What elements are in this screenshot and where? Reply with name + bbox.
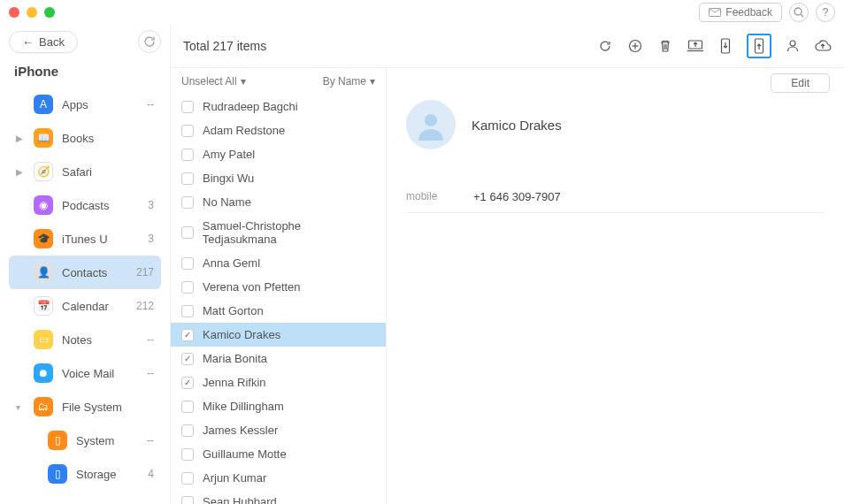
- unselect-all-button[interactable]: Unselect All ▾: [181, 75, 246, 88]
- sidebar-refresh-button[interactable]: [138, 30, 161, 53]
- sidebar-item-count: 217: [136, 266, 154, 279]
- feedback-button[interactable]: Feedback: [699, 3, 782, 22]
- sidebar-item-itunes-u[interactable]: 🎓iTunes U3: [9, 222, 161, 256]
- field-value: +1 646 309-7907: [473, 190, 561, 203]
- app-icon: ⏺: [34, 363, 53, 383]
- checkbox[interactable]: [181, 305, 194, 317]
- checkbox[interactable]: [181, 401, 194, 413]
- sidebar-item-label: System: [76, 434, 138, 447]
- list-item[interactable]: Rudradeep Bagchi: [171, 95, 386, 118]
- contact-list-name: Adam Redstone: [203, 124, 285, 137]
- contact-detail-panel: Edit Kamico Drakes mobile+1 646 309-7907: [387, 68, 844, 504]
- feedback-label: Feedback: [725, 6, 772, 19]
- checkbox[interactable]: [181, 257, 194, 270]
- sidebar-item-label: Contacts: [62, 266, 127, 279]
- sidebar-item-count: --: [147, 367, 154, 379]
- search-button[interactable]: [789, 3, 809, 22]
- list-item[interactable]: Amy Patel: [171, 142, 386, 166]
- add-icon[interactable]: [626, 37, 644, 55]
- checkbox[interactable]: [181, 353, 194, 365]
- list-item[interactable]: Maria Bonita: [171, 347, 386, 370]
- svg-line-2: [801, 14, 803, 17]
- sidebar-item-count: 212: [136, 300, 154, 312]
- total-items-label: Total 217 items: [183, 39, 266, 53]
- app-icon: 🗂: [34, 397, 53, 416]
- checkbox[interactable]: [181, 448, 194, 461]
- sidebar-item-notes[interactable]: ▭Notes--: [9, 323, 161, 356]
- chevron-icon: ▶: [16, 167, 25, 177]
- list-item[interactable]: Matt Gorton: [171, 299, 386, 323]
- checkbox[interactable]: [181, 149, 194, 161]
- edit-button[interactable]: Edit: [771, 73, 830, 93]
- sidebar-item-count: --: [147, 98, 154, 111]
- list-item[interactable]: Mike Dillingham: [171, 394, 386, 418]
- sidebar-item-books[interactable]: ▶📖Books: [9, 121, 161, 155]
- list-item[interactable]: Kamico Drakes: [171, 323, 386, 347]
- list-item[interactable]: James Kessler: [171, 418, 386, 442]
- maximize-window-button[interactable]: [44, 7, 55, 18]
- content-header: Total 217 items: [171, 25, 844, 68]
- to-device-out-icon[interactable]: [747, 34, 771, 58]
- sidebar-item-apps[interactable]: AApps--: [9, 88, 161, 121]
- sidebar-item-file-system[interactable]: ▾🗂File System: [9, 390, 161, 424]
- sidebar-subitem-system[interactable]: ▯System--: [23, 424, 161, 457]
- checkbox[interactable]: [181, 496, 194, 505]
- sidebar-item-label: Storage: [76, 468, 139, 481]
- app-icon: ▯: [48, 431, 67, 450]
- checkbox[interactable]: [181, 377, 194, 389]
- checkbox[interactable]: [181, 196, 194, 209]
- svg-point-1: [794, 8, 802, 15]
- checkbox[interactable]: [181, 125, 194, 137]
- sidebar-item-contacts[interactable]: 👤Contacts217: [9, 256, 161, 289]
- checkbox[interactable]: [181, 226, 194, 239]
- delete-icon[interactable]: [656, 37, 674, 55]
- sort-button[interactable]: By Name ▾: [323, 75, 375, 88]
- svg-point-10: [790, 41, 795, 46]
- list-item[interactable]: Arjun Kumar: [171, 466, 386, 490]
- checkbox[interactable]: [181, 472, 194, 485]
- checkbox[interactable]: [181, 329, 194, 341]
- field-label: mobile: [406, 190, 457, 203]
- help-button[interactable]: ?: [816, 3, 835, 22]
- caret-down-icon: ▾: [370, 75, 375, 88]
- list-item[interactable]: Guillaume Motte: [171, 442, 386, 466]
- list-item[interactable]: Bingxi Wu: [171, 166, 386, 190]
- sidebar: ← Back iPhone AApps--▶📖Books▶🧭Safari◉Pod…: [0, 25, 170, 504]
- back-button[interactable]: ← Back: [9, 31, 78, 53]
- to-device-in-icon[interactable]: [717, 37, 734, 55]
- sidebar-item-podcasts[interactable]: ◉Podcasts3: [9, 188, 161, 222]
- list-item[interactable]: Jenna Rifkin: [171, 370, 386, 394]
- to-cloud-icon[interactable]: [814, 37, 832, 55]
- refresh-icon[interactable]: [596, 37, 614, 55]
- app-icon: 🧭: [34, 162, 53, 181]
- contact-list-panel: Unselect All ▾ By Name ▾ Rudradeep Bagch…: [171, 68, 387, 504]
- checkbox[interactable]: [181, 424, 194, 437]
- titlebar: Feedback ?: [0, 0, 844, 25]
- to-mac-icon[interactable]: [687, 37, 704, 55]
- sidebar-item-calendar[interactable]: 📅Calendar212: [9, 289, 161, 323]
- list-item[interactable]: Samuel-Christophe Tedjasukmana: [171, 214, 386, 251]
- minimize-window-button[interactable]: [27, 7, 37, 18]
- contact-list-name: Matt Gorton: [203, 304, 264, 317]
- sidebar-subitem-storage[interactable]: ▯Storage4: [23, 457, 161, 491]
- list-item[interactable]: Anna Geml: [171, 251, 386, 275]
- checkbox[interactable]: [181, 281, 194, 294]
- app-icon: ▭: [34, 330, 53, 349]
- checkbox[interactable]: [181, 172, 194, 185]
- sidebar-item-label: Podcasts: [62, 199, 139, 212]
- close-window-button[interactable]: [9, 7, 19, 18]
- sidebar-item-label: iTunes U: [62, 233, 139, 246]
- chevron-icon: ▾: [16, 402, 25, 412]
- checkbox[interactable]: [181, 101, 194, 113]
- app-icon: 📖: [34, 128, 53, 148]
- sidebar-item-safari[interactable]: ▶🧭Safari: [9, 155, 161, 188]
- list-item[interactable]: Verena von Pfetten: [171, 275, 386, 299]
- contact-list-name: Guillaume Motte: [203, 447, 287, 461]
- list-item[interactable]: Adam Redstone: [171, 118, 386, 142]
- list-item[interactable]: No Name: [171, 190, 386, 214]
- sidebar-item-voice-mail[interactable]: ⏺Voice Mail--: [9, 356, 161, 390]
- merge-contacts-icon[interactable]: [784, 37, 802, 55]
- sidebar-item-label: Notes: [62, 333, 138, 347]
- list-item[interactable]: Sean Hubbard: [171, 490, 386, 504]
- contact-list-name: Mike Dillingham: [203, 400, 284, 413]
